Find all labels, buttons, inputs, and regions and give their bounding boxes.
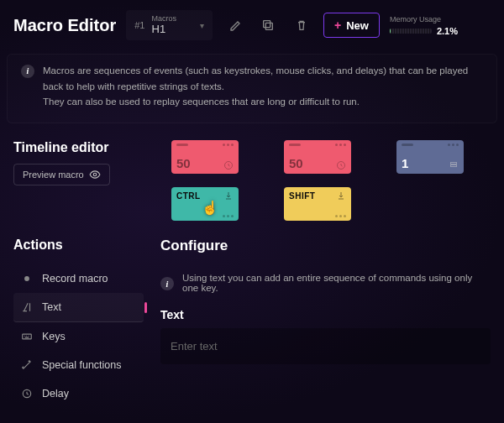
timeline-title: Timeline editor xyxy=(13,140,110,155)
memory-label: Memory Usage xyxy=(390,15,458,24)
svg-rect-0 xyxy=(265,23,272,29)
card-value: 50 xyxy=(289,156,303,170)
clock-icon xyxy=(223,160,234,170)
timeline-card-shift[interactable]: SHIFT xyxy=(284,187,351,221)
memory-bar xyxy=(390,29,432,34)
stack-icon xyxy=(449,160,459,170)
clock-icon xyxy=(336,160,346,170)
copy-button[interactable] xyxy=(256,13,280,37)
timeline-card-ctrl[interactable]: CTRL ☝ xyxy=(171,187,239,221)
action-delay[interactable]: Delay xyxy=(13,379,144,408)
action-label: Text xyxy=(42,301,61,313)
key-down-icon xyxy=(336,191,346,201)
action-label: Delay xyxy=(42,388,69,400)
intro-line1: Macros are sequences of events (such as … xyxy=(43,63,483,94)
macro-number: #1 xyxy=(134,20,144,30)
eye-icon xyxy=(89,169,101,180)
text-icon xyxy=(20,301,34,313)
copy-icon xyxy=(261,18,275,32)
action-text[interactable]: Text xyxy=(13,293,144,322)
card-key-label: CTRL xyxy=(176,191,201,201)
wand-icon xyxy=(20,359,34,371)
card-value: 1 xyxy=(402,156,408,170)
configure-hint: Using text you can add an entire sequenc… xyxy=(182,273,491,293)
new-button-label: New xyxy=(346,19,369,32)
clock-icon xyxy=(20,388,34,400)
delete-button[interactable] xyxy=(290,13,313,37)
svg-rect-6 xyxy=(451,165,457,167)
eyedropper-icon xyxy=(228,18,241,32)
plus-icon: + xyxy=(334,18,341,32)
actions-title: Actions xyxy=(13,238,144,253)
page-title: Macro Editor xyxy=(13,16,116,35)
keyboard-icon xyxy=(20,331,34,342)
preview-label: Preview macro xyxy=(23,170,84,180)
macro-selector[interactable]: #1 Macros H1 ▾ xyxy=(126,10,213,40)
action-label: Keys xyxy=(42,331,66,342)
action-record-macro[interactable]: Record macro xyxy=(13,264,144,293)
timeline-card-delay-1[interactable]: 50 xyxy=(171,140,239,174)
action-keys[interactable]: Keys xyxy=(13,322,144,351)
new-macro-button[interactable]: + New xyxy=(323,13,380,38)
svg-point-7 xyxy=(24,276,29,281)
memory-usage: Memory Usage 2.1% xyxy=(390,15,458,36)
timeline-card-delay-2[interactable]: 50 xyxy=(284,140,351,174)
intro-panel: i Macros are sequences of events (such a… xyxy=(7,54,497,123)
svg-rect-1 xyxy=(264,21,270,28)
preview-macro-button[interactable]: Preview macro xyxy=(13,164,110,185)
action-label: Special functions xyxy=(42,359,122,371)
key-down-icon xyxy=(223,191,234,201)
card-key-label: SHIFT xyxy=(289,191,315,201)
color-picker-button[interactable] xyxy=(223,13,246,37)
action-special-functions[interactable]: Special functions xyxy=(13,351,144,379)
info-icon: i xyxy=(21,65,34,78)
memory-value: 2.1% xyxy=(437,26,458,36)
configure-title: Configure xyxy=(160,238,491,254)
text-input[interactable] xyxy=(160,328,491,364)
info-icon: i xyxy=(160,277,174,290)
macro-name: H1 xyxy=(152,24,177,35)
svg-rect-5 xyxy=(451,163,457,164)
cursor-icon: ☝ xyxy=(202,200,218,216)
card-value: 50 xyxy=(176,156,191,170)
action-label: Record macro xyxy=(42,273,108,285)
trash-icon xyxy=(295,18,308,32)
timeline-card-repeat[interactable]: 1 xyxy=(396,140,464,174)
text-field-label: Text xyxy=(160,308,491,321)
record-icon xyxy=(20,273,34,285)
chevron-down-icon: ▾ xyxy=(200,21,204,30)
intro-line2: They can also be used to replay sequence… xyxy=(43,94,483,109)
svg-point-2 xyxy=(93,174,97,177)
